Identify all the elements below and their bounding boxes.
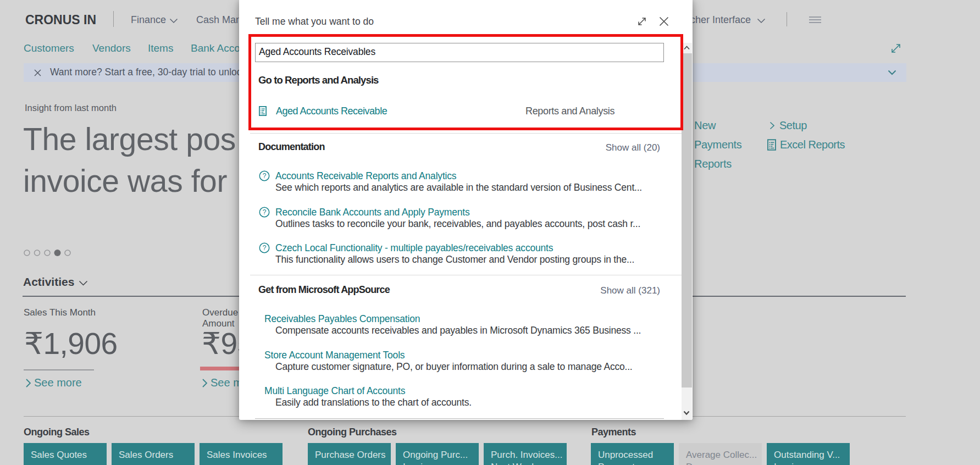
svg-text:?: ? bbox=[263, 172, 267, 180]
svg-text:?: ? bbox=[263, 244, 267, 252]
svg-text:?: ? bbox=[263, 208, 267, 216]
